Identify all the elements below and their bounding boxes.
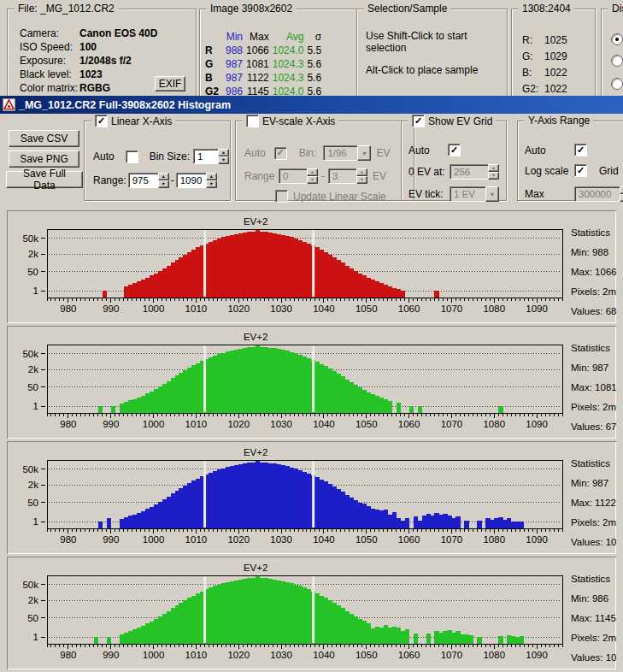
histogram-bar — [375, 627, 379, 644]
histogram-bar — [350, 382, 354, 413]
histogram-bar — [515, 522, 520, 528]
range-from-value[interactable]: 975 — [128, 173, 158, 188]
yaxis-range-label: Y-Axis Range — [528, 115, 590, 127]
sigma-header: σ — [305, 30, 323, 44]
histogram-bar — [405, 518, 409, 528]
range-from-spinner[interactable]: 975 ▲▼ — [128, 173, 169, 188]
ev-scale-xaxis-group: EV-scale X-Axis Auto ✓ Bin: 1/96 ▼ EV Ra… — [235, 121, 414, 201]
log-scale-checkbox[interactable]: ✓ — [574, 164, 587, 177]
window-title-bar[interactable]: _MG_1012.CR2 Full-3908x2602 Histogram — [0, 96, 623, 114]
histogram-bar — [511, 522, 515, 528]
histogram-bar — [315, 362, 320, 412]
selection-hints: Use Shift-Click to start selection Alt-C… — [357, 9, 507, 76]
sigma-value: 5.6 — [305, 71, 323, 85]
histogram-bar — [426, 634, 431, 643]
histogram-bar — [371, 394, 375, 412]
histogram-bar — [107, 637, 111, 644]
sigma-value: 5.6 — [305, 57, 323, 71]
histogram-bar — [345, 266, 350, 298]
histogram-bar — [230, 351, 234, 413]
sample-row: R:1025 — [522, 32, 595, 48]
histogram-bar — [345, 380, 350, 413]
ymax-spinner: 300000 ▲▼ — [574, 186, 623, 202]
ev-unit-label: EV — [373, 170, 386, 182]
ev-bin-label: Bin: — [299, 147, 317, 159]
bin-size-spinner[interactable]: 1 ▲▼ — [193, 149, 229, 164]
sample-g-label: G: — [522, 50, 544, 62]
evgrid-auto-checkbox[interactable]: ✓ — [448, 144, 461, 156]
ev-grid-gap-line — [203, 230, 206, 297]
x-tick-label: 1050 — [356, 650, 378, 660]
ev-grid-label: EV+2 — [244, 216, 267, 227]
histogram-bar — [397, 628, 401, 643]
exif-button[interactable]: EXIF — [155, 76, 185, 91]
save-png-button[interactable]: Save PNG — [9, 150, 79, 168]
spin-down-icon[interactable]: ▼ — [158, 180, 169, 188]
x-tick-label: 1060 — [398, 534, 420, 545]
histogram-bar — [315, 247, 320, 297]
ymax-label: Max — [525, 188, 574, 200]
histogram-bar — [264, 347, 268, 412]
histogram-bar — [290, 352, 294, 413]
zero-ev-value: 256 — [450, 164, 488, 180]
spin-up-icon[interactable]: ▲ — [206, 173, 217, 180]
check-icon: ✓ — [277, 148, 285, 157]
histogram-bar — [145, 623, 150, 643]
spin-up-icon: ▲ — [488, 164, 499, 172]
histogram-bar — [175, 375, 179, 412]
histogram-bar — [371, 628, 375, 644]
stat-line: Pixels: 2m — [571, 633, 616, 643]
check-icon: ✓ — [450, 145, 458, 155]
linear-auto-checkbox[interactable] — [126, 150, 138, 163]
yaxis-auto-checkbox[interactable]: ✓ — [574, 144, 587, 156]
range-separator: - — [171, 174, 174, 186]
max-value: 1081 — [244, 57, 271, 71]
save-full-data-button[interactable]: Save Full Data — [6, 171, 83, 188]
x-tick-label: 1080 — [483, 304, 505, 314]
ev-grid-gap-line — [312, 461, 314, 528]
histogram-bar — [183, 255, 187, 298]
histogram-bar — [451, 633, 455, 644]
x-tick-label: 1080 — [483, 650, 505, 660]
histogram-bar — [358, 274, 362, 298]
histogram-bar — [213, 586, 217, 643]
histogram-bar — [332, 371, 337, 412]
stats-heading: Statistics — [571, 574, 610, 584]
linear-xaxis-checkbox[interactable]: ✓ — [95, 115, 108, 127]
histogram-bar — [438, 515, 443, 528]
histogram-bar — [128, 631, 132, 644]
histogram-bar — [341, 492, 345, 528]
y-tick-label: 50k — [22, 464, 38, 475]
spin-down-icon[interactable]: ▼ — [218, 156, 229, 164]
zero-ev-label: 0 EV at: — [408, 166, 450, 178]
histogram-bar — [397, 289, 401, 297]
display-option-radio-3[interactable] — [611, 78, 623, 90]
selection-group-title: Selection/Sample — [364, 3, 450, 15]
stat-line: Pixels: 2m — [571, 286, 616, 297]
ev-scale-checkbox[interactable] — [246, 115, 259, 127]
histogram-bar — [367, 506, 371, 528]
file-info-row: Exposure:1/2048s f/2 — [20, 54, 196, 68]
spin-up-icon[interactable]: ▲ — [218, 149, 229, 156]
histogram-bar — [256, 345, 260, 413]
spin-down-icon[interactable]: ▼ — [206, 180, 217, 188]
display-option-radio-1[interactable] — [611, 33, 623, 45]
stat-line: Max: 1122 — [571, 498, 616, 508]
avg-value: 1024.3 — [271, 57, 306, 71]
histogram-bar — [350, 614, 354, 644]
range-to-spinner[interactable]: 1090 ▲▼ — [176, 173, 217, 188]
display-option-radio-2[interactable] — [611, 55, 623, 67]
histogram-bar — [196, 363, 200, 413]
show-ev-grid-checkbox[interactable]: ✓ — [412, 115, 425, 127]
check-icon: ✓ — [577, 145, 585, 155]
spin-up-icon[interactable]: ▲ — [158, 173, 169, 180]
histogram-bar — [298, 355, 303, 413]
save-csv-button[interactable]: Save CSV — [9, 130, 79, 147]
histogram-bar — [247, 347, 251, 412]
bin-size-value[interactable]: 1 — [193, 149, 218, 164]
x-tick-label: 1070 — [441, 534, 463, 545]
range-to-value[interactable]: 1090 — [176, 173, 206, 188]
x-tick-label: 1040 — [313, 304, 335, 314]
histogram-bar — [409, 406, 414, 413]
histogram-bar — [243, 233, 247, 298]
